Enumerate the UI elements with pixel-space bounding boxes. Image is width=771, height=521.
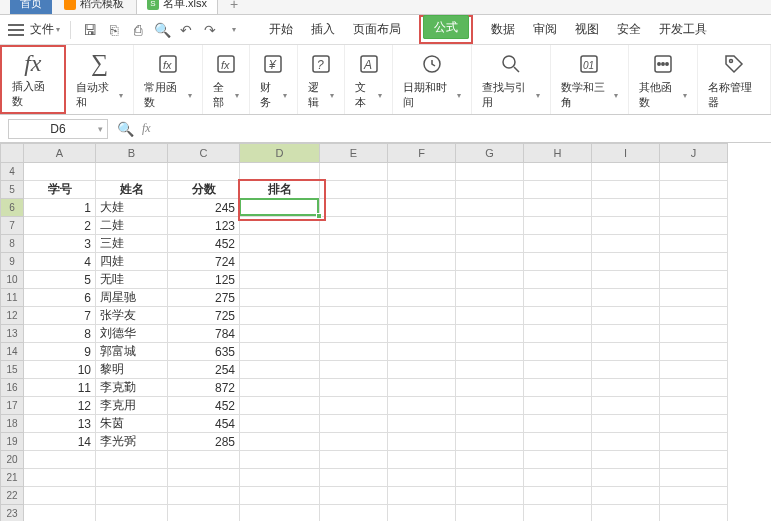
cell[interactable] — [524, 361, 592, 379]
cell[interactable]: 245 — [168, 199, 240, 217]
cell[interactable] — [388, 163, 456, 181]
cell[interactable] — [524, 199, 592, 217]
cell[interactable] — [524, 181, 592, 199]
row-header[interactable]: 11 — [0, 289, 24, 307]
cell[interactable] — [592, 307, 660, 325]
cell[interactable] — [660, 433, 728, 451]
cell[interactable] — [240, 307, 320, 325]
cell[interactable] — [660, 343, 728, 361]
cell[interactable] — [168, 487, 240, 505]
cell[interactable] — [320, 397, 388, 415]
cell[interactable]: 3 — [24, 235, 96, 253]
cell[interactable]: 4 — [24, 253, 96, 271]
cell[interactable] — [660, 505, 728, 521]
cell[interactable] — [240, 433, 320, 451]
cell[interactable] — [24, 469, 96, 487]
logic-fn-button[interactable]: ? 逻辑▾ — [298, 45, 346, 114]
cell[interactable]: 10 — [24, 361, 96, 379]
cell[interactable] — [320, 217, 388, 235]
lookup-fn-button[interactable]: 查找与引用▾ — [472, 45, 551, 114]
cell[interactable]: 排名 — [240, 181, 320, 199]
cell[interactable] — [456, 253, 524, 271]
cell[interactable] — [320, 343, 388, 361]
cell[interactable] — [524, 397, 592, 415]
math-fn-button[interactable]: 01 数学和三角▾ — [551, 45, 630, 114]
cell[interactable] — [524, 433, 592, 451]
cell[interactable] — [320, 307, 388, 325]
cell[interactable] — [592, 199, 660, 217]
row-header[interactable]: 18 — [0, 415, 24, 433]
cell[interactable] — [524, 469, 592, 487]
col-header-B[interactable]: B — [96, 143, 168, 163]
cell[interactable] — [168, 163, 240, 181]
tab-file[interactable]: S名单.xlsx — [136, 0, 218, 14]
cell[interactable] — [320, 361, 388, 379]
cell[interactable] — [592, 469, 660, 487]
cell[interactable] — [592, 181, 660, 199]
row-header[interactable]: 4 — [0, 163, 24, 181]
cell[interactable] — [240, 451, 320, 469]
autosum-button[interactable]: ∑ 自动求和▾ — [66, 45, 134, 114]
dropdown-icon[interactable]: ▾ — [225, 21, 243, 39]
cell[interactable] — [524, 163, 592, 181]
cell[interactable] — [456, 379, 524, 397]
cell[interactable] — [320, 379, 388, 397]
cell[interactable] — [240, 361, 320, 379]
tab-template[interactable]: 稻壳模板 — [54, 0, 134, 14]
cell[interactable] — [660, 397, 728, 415]
cell[interactable] — [320, 235, 388, 253]
fill-handle[interactable] — [316, 213, 322, 219]
cell[interactable] — [240, 505, 320, 521]
cell[interactable] — [524, 451, 592, 469]
cell[interactable] — [660, 289, 728, 307]
cell[interactable]: 725 — [168, 307, 240, 325]
cell[interactable] — [388, 235, 456, 253]
cell[interactable]: 452 — [168, 397, 240, 415]
cell[interactable] — [24, 451, 96, 469]
hamburger-icon[interactable] — [8, 24, 24, 36]
print-icon[interactable]: ⎙ — [129, 21, 147, 39]
cell[interactable]: 刘德华 — [96, 325, 168, 343]
cell[interactable] — [320, 505, 388, 521]
cell[interactable] — [96, 487, 168, 505]
cell[interactable] — [456, 307, 524, 325]
cell[interactable] — [388, 505, 456, 521]
cell[interactable] — [240, 469, 320, 487]
col-header-E[interactable]: E — [320, 143, 388, 163]
cell[interactable] — [592, 235, 660, 253]
tab-home[interactable]: 首页 — [10, 0, 52, 14]
cell[interactable]: 11 — [24, 379, 96, 397]
row-header[interactable]: 10 — [0, 271, 24, 289]
cell[interactable]: 周星驰 — [96, 289, 168, 307]
cell[interactable]: 无哇 — [96, 271, 168, 289]
cell[interactable] — [320, 163, 388, 181]
row-header[interactable]: 20 — [0, 451, 24, 469]
row-header[interactable]: 21 — [0, 469, 24, 487]
tab-layout[interactable]: 页面布局 — [353, 15, 401, 44]
cell[interactable] — [320, 289, 388, 307]
cell[interactable] — [388, 361, 456, 379]
col-header-G[interactable]: G — [456, 143, 524, 163]
insert-function-button[interactable]: fx 插入函数 — [0, 45, 66, 114]
cell[interactable] — [660, 487, 728, 505]
cell[interactable] — [240, 289, 320, 307]
cell[interactable] — [592, 451, 660, 469]
cell[interactable] — [96, 505, 168, 521]
tab-add[interactable]: + — [220, 0, 248, 14]
cell[interactable] — [24, 505, 96, 521]
cell[interactable] — [388, 181, 456, 199]
cell[interactable]: 张学友 — [96, 307, 168, 325]
cell[interactable] — [592, 325, 660, 343]
cell[interactable] — [388, 343, 456, 361]
tab-view[interactable]: 视图 — [575, 15, 599, 44]
cell[interactable] — [592, 253, 660, 271]
cell[interactable]: 454 — [168, 415, 240, 433]
cell[interactable] — [320, 433, 388, 451]
cell[interactable] — [660, 307, 728, 325]
cell[interactable] — [240, 235, 320, 253]
col-header-F[interactable]: F — [388, 143, 456, 163]
cell[interactable] — [388, 433, 456, 451]
cell[interactable] — [524, 325, 592, 343]
cell[interactable] — [240, 271, 320, 289]
row-header[interactable]: 17 — [0, 397, 24, 415]
